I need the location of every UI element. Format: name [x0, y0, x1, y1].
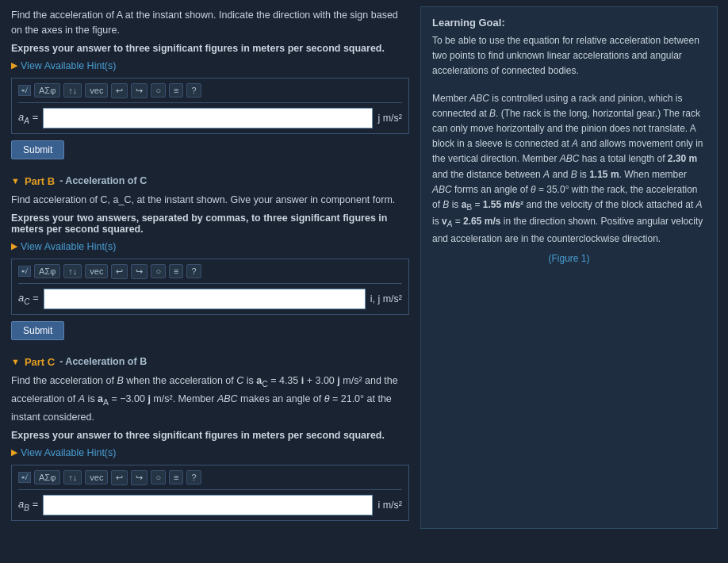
- help-btn-b[interactable]: ?: [186, 264, 201, 278]
- input-row-b: aC = i, j m/s²: [18, 289, 402, 309]
- circle-btn-b[interactable]: ○: [151, 264, 166, 278]
- answer-input-c[interactable]: [43, 495, 373, 515]
- toolbar-c: ▪√ AΣφ ↑↓ vec ↩ ↪ ○ ≡ ?: [18, 470, 402, 490]
- part-c-label: Part C: [25, 356, 55, 368]
- undo-btn-c[interactable]: ↩: [111, 470, 128, 485]
- input-box-b: ▪√ AΣφ ↑↓ vec ↩ ↪ ○ ≡ ? aC = i, j m/s²: [11, 259, 409, 315]
- aeq-btn-b[interactable]: AΣφ: [34, 264, 60, 278]
- part-c-header: ▼ Part C - Acceleration of B: [11, 356, 409, 368]
- arrows-btn-c[interactable]: ↑↓: [63, 470, 82, 484]
- vec-btn-c[interactable]: vec: [85, 470, 108, 484]
- hint-link-b[interactable]: ▶ View Available Hint(s): [11, 241, 409, 252]
- aeq-btn-a[interactable]: AΣφ: [34, 83, 60, 98]
- learning-goal-intro: To be able to use the equation for relat…: [432, 33, 706, 79]
- hint-link-label-a: View Available Hint(s): [21, 60, 116, 71]
- hint-link-label-b: View Available Hint(s): [21, 241, 116, 252]
- help-btn-c[interactable]: ?: [186, 470, 201, 484]
- bold-instruction-b: Express your two answers, separated by c…: [11, 213, 409, 235]
- menu-btn-b[interactable]: ≡: [169, 264, 183, 278]
- redo-btn-b[interactable]: ↪: [131, 264, 148, 279]
- part-b-header: ▼ Part B - Acceleration of C: [11, 175, 409, 187]
- part-b-problem-text: Find acceleration of C, a_C, at the inst…: [11, 192, 409, 208]
- arrows-btn-b[interactable]: ↑↓: [63, 264, 82, 278]
- hint-link-a[interactable]: ▶ View Available Hint(s): [11, 60, 409, 71]
- undo-btn-b[interactable]: ↩: [111, 264, 128, 279]
- part-c-arrow: ▼: [11, 357, 20, 366]
- part-b-desc: - Acceleration of C: [59, 175, 147, 186]
- aeq-btn-c[interactable]: AΣφ: [34, 470, 60, 484]
- submit-btn-b[interactable]: Submit: [11, 321, 64, 340]
- hint-link-c[interactable]: ▶ View Available Hint(s): [11, 447, 409, 458]
- redo-btn-a[interactable]: ↪: [131, 83, 148, 98]
- part-c-desc: - Acceleration of B: [59, 356, 147, 367]
- undo-btn-a[interactable]: ↩: [111, 83, 128, 98]
- input-box-a: ▪√ AΣφ ↑↓ vec ↩ ↪ ○ ≡ ? aA = j m/s²: [11, 78, 409, 134]
- vec-btn-a[interactable]: vec: [85, 83, 108, 98]
- input-row-c: aB = i m/s²: [18, 495, 402, 515]
- hint-link-label-c: View Available Hint(s): [21, 447, 116, 458]
- submit-btn-a[interactable]: Submit: [11, 140, 64, 159]
- toolbar-a: ▪√ AΣφ ↑↓ vec ↩ ↪ ○ ≡ ?: [18, 83, 402, 103]
- image-icon-a[interactable]: ▪√: [18, 85, 31, 96]
- part-b-arrow: ▼: [11, 176, 20, 186]
- learning-goal-body: Member ABC is controlled using a rack an…: [432, 91, 706, 247]
- image-icon-c[interactable]: ▪√: [18, 472, 31, 483]
- hint-arrow-a: ▶: [11, 60, 17, 71]
- toolbar-b: ▪√ AΣφ ↑↓ vec ↩ ↪ ○ ≡ ?: [18, 264, 402, 284]
- help-btn-a[interactable]: ?: [186, 83, 201, 98]
- unit-label-c: i m/s²: [377, 500, 402, 511]
- var-label-b: aC =: [18, 292, 39, 306]
- figure-link[interactable]: (Figure 1): [432, 253, 706, 264]
- answer-input-b[interactable]: [44, 289, 366, 309]
- learning-goal-title: Learning Goal:: [432, 17, 706, 29]
- input-box-c: ▪√ AΣφ ↑↓ vec ↩ ↪ ○ ≡ ? aB = i m/s²: [11, 465, 409, 521]
- hint-arrow-c: ▶: [11, 447, 17, 458]
- part-b-label: Part B: [25, 175, 55, 187]
- image-icon-b[interactable]: ▪√: [18, 266, 31, 277]
- menu-btn-a[interactable]: ≡: [169, 83, 183, 98]
- problem-statement: Find the acceleration of A at the instan…: [11, 8, 409, 38]
- arrows-btn-a[interactable]: ↑↓: [63, 83, 82, 98]
- bold-instruction-a: Express your answer to three significant…: [11, 43, 409, 54]
- unit-label-a: j m/s²: [377, 113, 402, 124]
- learning-goal-panel: Learning Goal: To be able to use the equ…: [420, 6, 718, 529]
- menu-btn-c[interactable]: ≡: [169, 470, 183, 484]
- var-label-a: aA =: [18, 111, 38, 125]
- hint-arrow-b: ▶: [11, 241, 17, 251]
- unit-label-b: i, j m/s²: [370, 293, 402, 304]
- circle-btn-c[interactable]: ○: [151, 470, 166, 484]
- bold-instruction-c: Express your answer to three significant…: [11, 430, 409, 441]
- var-label-c: aB =: [18, 498, 38, 512]
- redo-btn-c[interactable]: ↪: [131, 470, 148, 485]
- vec-btn-b[interactable]: vec: [85, 264, 108, 278]
- circle-btn-a[interactable]: ○: [151, 83, 166, 98]
- input-row-a: aA = j m/s²: [18, 108, 402, 128]
- answer-input-a[interactable]: [43, 108, 373, 128]
- part-c-problem-text: Find the acceleration of B when the acce…: [11, 373, 409, 425]
